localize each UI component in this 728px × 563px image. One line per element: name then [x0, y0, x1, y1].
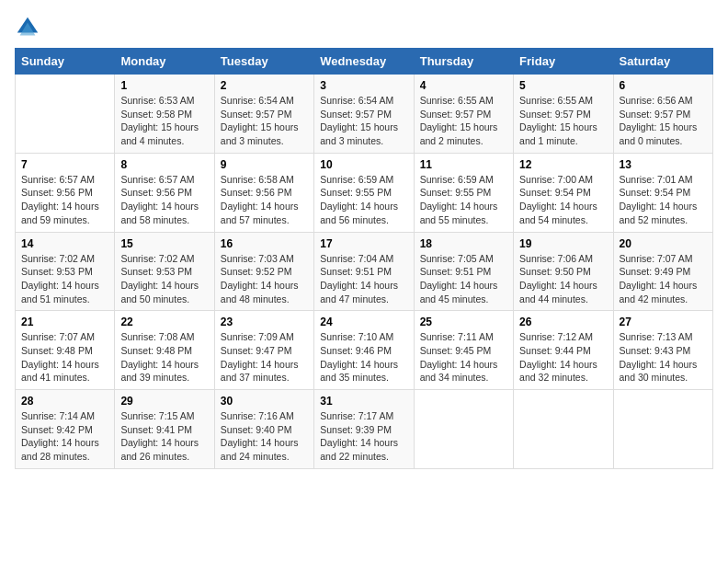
day-number: 2 [221, 79, 308, 92]
calendar-day-cell: 20Sunrise: 7:07 AMSunset: 9:49 PMDayligh… [613, 232, 712, 311]
day-info: Sunrise: 7:17 AMSunset: 9:39 PMDaylight:… [320, 409, 407, 464]
calendar-day-cell: 18Sunrise: 7:05 AMSunset: 9:51 PMDayligh… [414, 232, 513, 311]
calendar-day-cell: 7Sunrise: 6:57 AMSunset: 9:56 PMDaylight… [16, 153, 115, 232]
calendar-day-cell: 11Sunrise: 6:59 AMSunset: 9:55 PMDayligh… [414, 153, 513, 232]
empty-day-cell [514, 390, 613, 469]
day-info: Sunrise: 7:00 AMSunset: 9:54 PMDaylight:… [519, 173, 607, 227]
calendar-day-cell: 15Sunrise: 7:02 AMSunset: 9:53 PMDayligh… [115, 232, 214, 311]
weekday-header-monday: Monday [115, 49, 214, 75]
day-info: Sunrise: 6:59 AMSunset: 9:55 PMDaylight:… [320, 173, 407, 227]
weekday-header-row: SundayMondayTuesdayWednesdayThursdayFrid… [16, 49, 713, 75]
day-number: 15 [120, 237, 208, 250]
calendar-day-cell: 17Sunrise: 7:04 AMSunset: 9:51 PMDayligh… [314, 232, 414, 311]
weekday-header-tuesday: Tuesday [214, 49, 313, 75]
calendar-day-cell: 31Sunrise: 7:17 AMSunset: 9:39 PMDayligh… [314, 390, 414, 469]
day-number: 22 [120, 316, 208, 328]
day-number: 20 [620, 237, 707, 250]
day-number: 23 [221, 316, 308, 328]
day-info: Sunrise: 6:55 AMSunset: 9:57 PMDaylight:… [519, 94, 607, 148]
day-number: 26 [519, 316, 607, 328]
calendar-day-cell: 14Sunrise: 7:02 AMSunset: 9:53 PMDayligh… [16, 232, 115, 311]
day-number: 7 [21, 158, 108, 171]
calendar-day-cell: 9Sunrise: 6:58 AMSunset: 9:56 PMDaylight… [214, 153, 313, 232]
calendar-table: SundayMondayTuesdayWednesdayThursdayFrid… [15, 48, 713, 469]
calendar-week-row: 7Sunrise: 6:57 AMSunset: 9:56 PMDaylight… [16, 153, 713, 232]
calendar-day-cell: 3Sunrise: 6:54 AMSunset: 9:57 PMDaylight… [314, 75, 414, 154]
day-number: 10 [320, 158, 407, 171]
day-number: 25 [420, 316, 507, 328]
calendar-day-cell: 23Sunrise: 7:09 AMSunset: 9:47 PMDayligh… [214, 311, 313, 390]
day-info: Sunrise: 6:58 AMSunset: 9:56 PMDaylight:… [221, 173, 308, 227]
day-info: Sunrise: 7:02 AMSunset: 9:53 PMDaylight:… [120, 252, 208, 306]
calendar-day-cell: 24Sunrise: 7:10 AMSunset: 9:46 PMDayligh… [314, 311, 414, 390]
calendar-day-cell: 10Sunrise: 6:59 AMSunset: 9:55 PMDayligh… [314, 153, 414, 232]
weekday-header-sunday: Sunday [16, 49, 115, 75]
weekday-header-saturday: Saturday [613, 49, 712, 75]
logo-icon [15, 15, 40, 40]
day-info: Sunrise: 7:03 AMSunset: 9:52 PMDaylight:… [221, 252, 308, 306]
day-info: Sunrise: 6:53 AMSunset: 9:58 PMDaylight:… [120, 94, 208, 148]
calendar-day-cell: 2Sunrise: 6:54 AMSunset: 9:57 PMDaylight… [214, 75, 313, 154]
day-number: 4 [420, 79, 507, 92]
day-info: Sunrise: 6:57 AMSunset: 9:56 PMDaylight:… [21, 173, 108, 227]
day-info: Sunrise: 6:55 AMSunset: 9:57 PMDaylight:… [420, 94, 507, 148]
day-info: Sunrise: 7:13 AMSunset: 9:43 PMDaylight:… [620, 330, 707, 385]
day-info: Sunrise: 7:05 AMSunset: 9:51 PMDaylight:… [420, 252, 507, 306]
day-number: 11 [420, 158, 507, 171]
day-info: Sunrise: 7:09 AMSunset: 9:47 PMDaylight:… [221, 330, 308, 385]
calendar-day-cell: 21Sunrise: 7:07 AMSunset: 9:48 PMDayligh… [16, 311, 115, 390]
calendar-day-cell: 22Sunrise: 7:08 AMSunset: 9:48 PMDayligh… [115, 311, 214, 390]
day-info: Sunrise: 7:10 AMSunset: 9:46 PMDaylight:… [320, 330, 407, 385]
page-header [15, 15, 713, 40]
day-number: 5 [519, 79, 607, 92]
calendar-week-row: 14Sunrise: 7:02 AMSunset: 9:53 PMDayligh… [16, 232, 713, 311]
day-number: 29 [120, 395, 208, 408]
day-info: Sunrise: 6:54 AMSunset: 9:57 PMDaylight:… [221, 94, 308, 148]
logo [15, 15, 44, 40]
day-number: 28 [21, 395, 108, 408]
day-info: Sunrise: 6:59 AMSunset: 9:55 PMDaylight:… [420, 173, 507, 227]
calendar-day-cell: 27Sunrise: 7:13 AMSunset: 9:43 PMDayligh… [613, 311, 712, 390]
empty-day-cell [414, 390, 513, 469]
day-number: 24 [320, 316, 407, 328]
empty-day-cell [613, 390, 712, 469]
calendar-day-cell: 30Sunrise: 7:16 AMSunset: 9:40 PMDayligh… [214, 390, 313, 469]
day-number: 16 [221, 237, 308, 250]
calendar-day-cell: 28Sunrise: 7:14 AMSunset: 9:42 PMDayligh… [16, 390, 115, 469]
day-info: Sunrise: 7:11 AMSunset: 9:45 PMDaylight:… [420, 330, 507, 385]
day-info: Sunrise: 7:06 AMSunset: 9:50 PMDaylight:… [519, 252, 607, 306]
calendar-day-cell: 5Sunrise: 6:55 AMSunset: 9:57 PMDaylight… [514, 75, 613, 154]
calendar-day-cell: 26Sunrise: 7:12 AMSunset: 9:44 PMDayligh… [514, 311, 613, 390]
day-info: Sunrise: 7:08 AMSunset: 9:48 PMDaylight:… [120, 330, 208, 385]
day-number: 9 [221, 158, 308, 171]
calendar-week-row: 21Sunrise: 7:07 AMSunset: 9:48 PMDayligh… [16, 311, 713, 390]
day-info: Sunrise: 6:57 AMSunset: 9:56 PMDaylight:… [120, 173, 208, 227]
day-number: 12 [519, 158, 607, 171]
calendar-day-cell: 25Sunrise: 7:11 AMSunset: 9:45 PMDayligh… [414, 311, 513, 390]
day-info: Sunrise: 7:14 AMSunset: 9:42 PMDaylight:… [21, 409, 108, 464]
weekday-header-friday: Friday [514, 49, 613, 75]
day-info: Sunrise: 7:02 AMSunset: 9:53 PMDaylight:… [21, 252, 108, 306]
day-number: 1 [120, 79, 208, 92]
weekday-header-thursday: Thursday [414, 49, 513, 75]
calendar-day-cell: 12Sunrise: 7:00 AMSunset: 9:54 PMDayligh… [514, 153, 613, 232]
calendar-day-cell: 13Sunrise: 7:01 AMSunset: 9:54 PMDayligh… [613, 153, 712, 232]
day-number: 18 [420, 237, 507, 250]
calendar-day-cell: 16Sunrise: 7:03 AMSunset: 9:52 PMDayligh… [214, 232, 313, 311]
day-info: Sunrise: 7:04 AMSunset: 9:51 PMDaylight:… [320, 252, 407, 306]
day-info: Sunrise: 7:15 AMSunset: 9:41 PMDaylight:… [120, 409, 208, 464]
weekday-header-wednesday: Wednesday [314, 49, 414, 75]
day-info: Sunrise: 7:16 AMSunset: 9:40 PMDaylight:… [221, 409, 308, 464]
calendar-day-cell: 8Sunrise: 6:57 AMSunset: 9:56 PMDaylight… [115, 153, 214, 232]
calendar-week-row: 1Sunrise: 6:53 AMSunset: 9:58 PMDaylight… [16, 75, 713, 154]
day-number: 27 [620, 316, 707, 328]
day-number: 6 [620, 79, 707, 92]
day-info: Sunrise: 6:54 AMSunset: 9:57 PMDaylight:… [320, 94, 407, 148]
day-number: 13 [620, 158, 707, 171]
day-number: 30 [221, 395, 308, 408]
day-number: 17 [320, 237, 407, 250]
day-number: 14 [21, 237, 108, 250]
calendar-day-cell: 1Sunrise: 6:53 AMSunset: 9:58 PMDaylight… [115, 75, 214, 154]
calendar-day-cell: 29Sunrise: 7:15 AMSunset: 9:41 PMDayligh… [115, 390, 214, 469]
day-info: Sunrise: 7:07 AMSunset: 9:49 PMDaylight:… [620, 252, 707, 306]
